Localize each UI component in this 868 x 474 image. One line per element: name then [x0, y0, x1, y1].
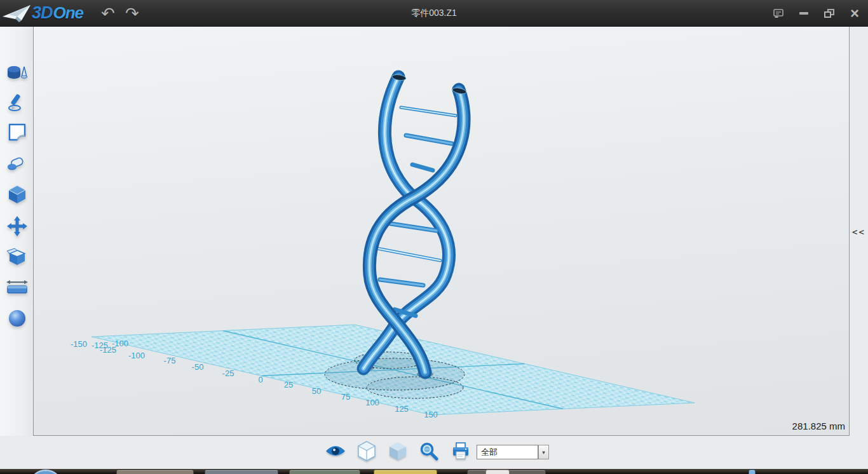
- wireframe-view-icon[interactable]: [357, 441, 376, 464]
- redo-icon[interactable]: ↷: [125, 5, 139, 22]
- solid-block-icon[interactable]: [6, 182, 28, 207]
- shaded-view-icon[interactable]: [388, 441, 407, 464]
- feedback-display-icon[interactable]: [770, 5, 787, 22]
- app-logo: 3D One: [3, 3, 83, 23]
- start-orb[interactable]: [29, 470, 63, 474]
- sketch-plane-icon[interactable]: [6, 119, 28, 145]
- chevron-down-icon: ▾: [542, 449, 545, 456]
- panel-collapse-handle[interactable]: <<: [852, 227, 865, 237]
- close-button[interactable]: ×: [846, 5, 863, 22]
- titlebar: 3D One ↶ ↷ 零件003.Z1 ×: [0, 0, 868, 27]
- tool-sidebar: [0, 27, 33, 436]
- print-icon[interactable]: [451, 442, 470, 463]
- close-icon: ×: [850, 7, 859, 20]
- minimize-button[interactable]: [796, 5, 812, 22]
- undo-icon[interactable]: ↶: [101, 5, 115, 22]
- zoom-search-icon[interactable]: [419, 442, 438, 463]
- combine-box-icon[interactable]: [6, 244, 28, 269]
- taskbar-app-button[interactable]: [749, 470, 756, 474]
- paper-plane-icon: [3, 4, 32, 23]
- windows-taskbar: [0, 469, 868, 474]
- taskbar-app-button[interactable]: [116, 470, 194, 474]
- brand-text-one: One: [53, 3, 84, 23]
- dna-model-scene: [34, 27, 850, 436]
- visibility-eye-icon[interactable]: [325, 444, 346, 461]
- restore-button[interactable]: [821, 5, 837, 22]
- dropdown-arrow-button[interactable]: ▾: [538, 445, 549, 459]
- dimension-readout: 281.825 mm: [792, 421, 845, 431]
- 3done-window: 3D One ↶ ↷ 零件003.Z1 ×: [0, 0, 868, 474]
- material-render-icon[interactable]: [6, 306, 28, 331]
- taskbar-app-button[interactable]: [289, 470, 360, 474]
- taskbar-app-button[interactable]: [374, 470, 437, 474]
- measure-icon[interactable]: [6, 274, 28, 300]
- taskbar-app-button[interactable]: [485, 470, 510, 474]
- view-toolbar: 全部 ▾: [0, 436, 868, 469]
- primitive-solids-icon[interactable]: [6, 58, 28, 84]
- sketch-draw-icon[interactable]: [6, 89, 28, 114]
- move-transform-icon[interactable]: [6, 213, 28, 239]
- sweep-feature-icon[interactable]: [6, 151, 28, 177]
- brand-text-3d: 3D: [32, 3, 53, 23]
- right-panel-strip: <<: [850, 27, 868, 436]
- taskbar-app-button[interactable]: [205, 470, 278, 474]
- display-filter-dropdown[interactable]: 全部: [477, 445, 538, 459]
- viewport-3d[interactable]: -150-125-100-75-50-250255075100125150 -1…: [33, 27, 850, 436]
